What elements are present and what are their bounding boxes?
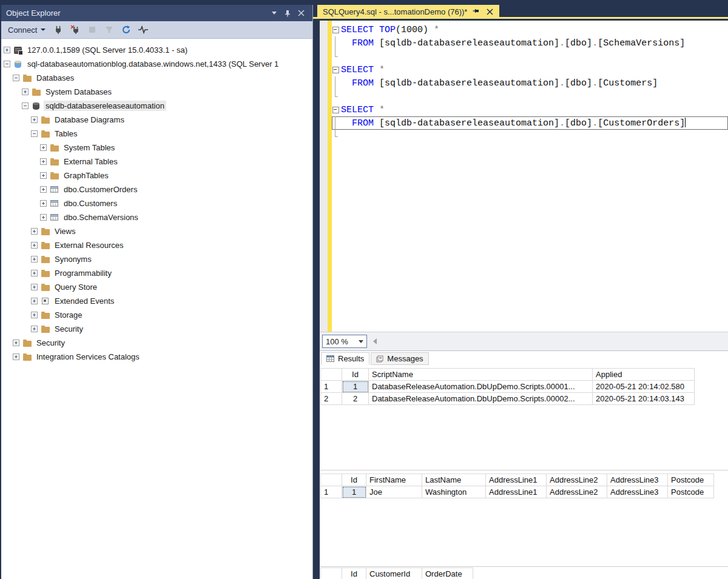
column-header[interactable]: LastName xyxy=(422,474,486,486)
grid-cell[interactable]: AddressLine3 xyxy=(607,486,668,498)
code-line[interactable]: SELECT TOP(1000) * xyxy=(332,23,728,36)
expand-toggle[interactable] xyxy=(4,47,10,53)
tree-item[interactable]: External Tables xyxy=(1,155,312,169)
code-line[interactable]: SELECT * xyxy=(332,103,728,116)
tree-item[interactable]: Databases xyxy=(1,71,312,85)
panel-splitter[interactable] xyxy=(313,0,320,579)
expand-toggle[interactable] xyxy=(31,242,38,249)
scroll-left-icon[interactable] xyxy=(373,338,377,344)
tree-item[interactable]: External Resources xyxy=(1,238,312,252)
column-header[interactable]: AddressLine2 xyxy=(547,474,607,486)
expand-toggle[interactable] xyxy=(22,89,29,95)
grid-cell[interactable]: Washington xyxy=(422,486,486,498)
tree-item[interactable]: Database Diagrams xyxy=(1,113,312,127)
expand-toggle[interactable] xyxy=(13,340,19,346)
grid-cell[interactable]: 1 xyxy=(342,486,366,498)
column-header[interactable]: AddressLine3 xyxy=(607,474,668,486)
column-header[interactable]: OrderDate xyxy=(422,568,473,579)
column-header[interactable] xyxy=(321,474,342,486)
column-header[interactable]: Postcode xyxy=(668,474,714,486)
expand-toggle[interactable] xyxy=(40,200,47,207)
tree-item[interactable]: Programmability xyxy=(1,266,312,280)
column-header[interactable]: Id xyxy=(342,568,366,579)
tab-close-button[interactable] xyxy=(485,8,494,16)
column-header[interactable]: CustomerId xyxy=(366,568,422,579)
column-header[interactable]: ScriptName xyxy=(369,369,593,381)
refresh-button[interactable] xyxy=(120,23,133,36)
row-number-cell[interactable]: 1 xyxy=(321,381,342,393)
fold-collapse-marker[interactable] xyxy=(332,23,341,36)
stop-button[interactable] xyxy=(86,23,99,36)
connect-button[interactable]: Connect xyxy=(5,24,48,36)
code-line[interactable]: FROM [sqldb-databasereleaseautomation].[… xyxy=(332,36,728,50)
fold-collapse-marker[interactable] xyxy=(332,103,341,116)
tree-item[interactable]: dbo.CustomerOrders xyxy=(1,182,312,196)
tree-item[interactable]: Security xyxy=(1,322,312,336)
grid-cell[interactable]: AddressLine2 xyxy=(547,486,607,498)
collapse-toggle[interactable] xyxy=(13,75,19,81)
filter-button[interactable] xyxy=(103,23,116,36)
connect-object-button[interactable] xyxy=(52,23,65,36)
tree-item[interactable]: sql-databaseautomationblog.database.wind… xyxy=(1,57,312,71)
tree-item[interactable]: Storage xyxy=(1,308,312,322)
expand-toggle[interactable] xyxy=(31,228,38,235)
zoom-level-dropdown[interactable]: 100 % xyxy=(322,335,367,348)
query-document-tab[interactable]: SQLQuery4.sql - s...tomationDemo (76))* xyxy=(317,5,499,19)
expand-toggle[interactable] xyxy=(31,298,38,304)
tree-item[interactable]: Views xyxy=(1,224,312,238)
tree-item[interactable]: System Tables xyxy=(1,141,312,155)
pin-button[interactable] xyxy=(281,7,294,19)
column-header[interactable]: Applied xyxy=(593,369,695,381)
code-line[interactable]: FROM [sqldb-databasereleaseautomation].[… xyxy=(332,76,728,90)
column-header[interactable]: FirstName xyxy=(366,474,422,486)
grid-cell[interactable]: 2020-05-21 20:14:02.580 xyxy=(593,381,695,393)
expand-toggle[interactable] xyxy=(31,256,38,263)
expand-toggle[interactable] xyxy=(31,326,38,332)
collapse-toggle[interactable] xyxy=(31,130,38,137)
expand-toggle[interactable] xyxy=(31,284,38,290)
code-line[interactable]: SELECT * xyxy=(332,63,728,76)
tab-messages[interactable]: Messages xyxy=(371,352,428,365)
grid-cell[interactable]: 2 xyxy=(342,393,369,405)
expand-toggle[interactable] xyxy=(40,214,47,221)
disconnect-object-button[interactable] xyxy=(69,23,82,36)
tree-item[interactable]: Synonyms xyxy=(1,252,312,266)
grid-cell[interactable]: 2020-05-21 20:14:03.143 xyxy=(593,393,695,405)
code-line[interactable] xyxy=(332,90,728,103)
expand-toggle[interactable] xyxy=(40,172,47,179)
tree-item[interactable]: System Databases xyxy=(1,85,312,99)
tree-item[interactable]: Integration Services Catalogs xyxy=(1,350,312,364)
tree-item[interactable]: GraphTables xyxy=(1,169,312,182)
expand-toggle[interactable] xyxy=(31,116,38,123)
expand-toggle[interactable] xyxy=(40,158,47,165)
tab-results[interactable]: Results xyxy=(321,352,369,365)
expand-toggle[interactable] xyxy=(31,312,38,318)
result-grid-splitter[interactable] xyxy=(320,566,728,567)
collapse-toggle[interactable] xyxy=(4,61,10,67)
grid-cell[interactable]: Joe xyxy=(366,486,422,498)
fold-collapse-marker[interactable] xyxy=(332,63,341,76)
expand-toggle[interactable] xyxy=(40,186,47,193)
code-line[interactable] xyxy=(332,130,728,143)
code-line[interactable] xyxy=(332,50,728,63)
tree-item[interactable]: Query Store xyxy=(1,280,312,294)
column-header[interactable]: Id xyxy=(342,474,366,486)
grid-cell[interactable]: AddressLine1 xyxy=(486,486,547,498)
collapse-toggle[interactable] xyxy=(22,102,29,109)
column-header[interactable]: Id xyxy=(342,369,369,381)
code-line[interactable]: FROM [sqldb-databasereleaseautomation].[… xyxy=(332,116,728,130)
grid-cell[interactable]: Postcode xyxy=(668,486,714,498)
grid-cell[interactable]: 1 xyxy=(342,381,369,393)
tree-item[interactable]: 127.0.0.1,1589 (SQL Server 15.0.4033.1 -… xyxy=(1,43,312,57)
column-header[interactable] xyxy=(321,369,342,381)
row-number-cell[interactable]: 1 xyxy=(321,486,342,498)
tree-item[interactable]: Security xyxy=(1,336,312,350)
expand-toggle[interactable] xyxy=(13,353,19,360)
expand-toggle[interactable] xyxy=(31,270,38,276)
grid-cell[interactable]: DatabaseReleaseAutomation.DbUpDemo.Scrip… xyxy=(369,393,593,405)
row-number-cell[interactable]: 2 xyxy=(321,393,342,405)
tree-item[interactable]: dbo.SchemaVersions xyxy=(1,210,312,224)
tab-pin-button[interactable] xyxy=(472,8,480,16)
column-header[interactable] xyxy=(321,568,342,579)
sql-editor[interactable]: SELECT TOP(1000) * FROM [sqldb-databaser… xyxy=(320,21,728,332)
